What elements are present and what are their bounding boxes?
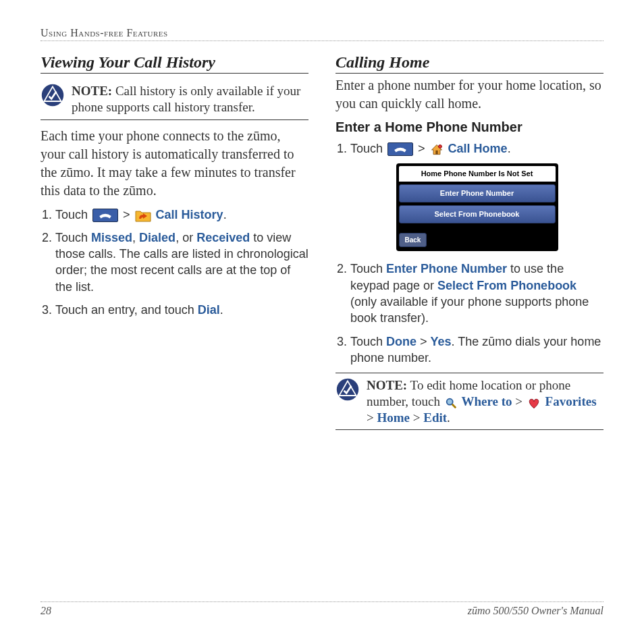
text: Touch: [350, 262, 386, 275]
step-1: Touch > Call History.: [55, 207, 308, 223]
note-check-icon: [41, 83, 65, 107]
text: .: [508, 142, 511, 155]
note-label: NOTE:: [367, 378, 407, 392]
manual-title: zūmo 500/550 Owner's Manual: [468, 605, 603, 617]
step-1b: Touch > Call Home. Home Phone Number Is …: [350, 140, 603, 251]
steps-calling-home: Touch > Call Home. Home Phone Number Is …: [336, 140, 603, 366]
text: ,: [132, 231, 139, 244]
heart-icon: [527, 397, 541, 409]
steps-call-history: Touch > Call History. Touch Missed, Dial…: [41, 207, 308, 319]
text: .: [447, 410, 450, 425]
magnifier-icon: [445, 397, 457, 409]
text: Touch: [350, 335, 386, 348]
text: (only available if your phone supports p…: [350, 295, 589, 325]
link-done: Done: [386, 335, 417, 348]
link-where-to: Where to: [462, 394, 512, 408]
link-select-phonebook: Select From Phonebook: [437, 279, 576, 292]
device-back-button[interactable]: Back: [399, 233, 427, 248]
link-favorites: Favorites: [545, 394, 597, 408]
link-missed: Missed: [91, 231, 132, 244]
note-text-2: NOTE: To edit home location or phone num…: [367, 377, 603, 425]
text: Touch: [350, 142, 386, 155]
link-dial: Dial: [198, 303, 220, 317]
link-call-home: Call Home: [448, 142, 508, 155]
page-number: 28: [41, 605, 51, 617]
note-check-icon: [336, 377, 360, 402]
text: >: [367, 410, 377, 425]
text: >: [512, 394, 526, 408]
text: .: [223, 208, 227, 221]
page-footer: 28 zūmo 500/550 Owner's Manual: [41, 601, 603, 617]
heading-calling-home: Calling Home: [336, 53, 603, 74]
step-3b: Touch Done > Yes. The zūmo dials your ho…: [350, 333, 603, 367]
note-label: NOTE:: [72, 84, 112, 98]
device-title: Home Phone Number Is Not Set: [399, 166, 556, 182]
text: Touch: [55, 208, 91, 221]
subheading-enter-home: Enter a Home Phone Number: [336, 119, 603, 135]
step-3: Touch an entry, and touch Dial.: [55, 302, 308, 318]
paragraph-calling-home: Enter a phone number for your home locat…: [336, 76, 603, 113]
step-2: Touch Missed, Dialed, or Received to vie…: [55, 230, 308, 295]
heading-call-history: Viewing Your Call History: [41, 53, 308, 74]
section-header: Using Hands-free Features: [41, 27, 603, 41]
text: Touch: [55, 231, 91, 244]
home-icon: [430, 143, 444, 155]
phone-icon: [92, 209, 118, 222]
paragraph-call-history: Each time your phone connects to the zūm…: [41, 127, 308, 200]
link-yes: Yes: [431, 335, 452, 348]
left-column: Viewing Your Call History NOTE: Call his…: [41, 48, 308, 435]
note-block: NOTE: Call history is only available if …: [41, 79, 308, 120]
folder-icon: [135, 209, 151, 222]
note-text: NOTE: Call history is only available if …: [72, 83, 308, 115]
note-block-2: NOTE: To edit home location or phone num…: [336, 373, 603, 430]
text: .: [220, 303, 223, 317]
step-2b: Touch Enter Phone Number to use the keyp…: [350, 261, 603, 326]
device-btn-enter[interactable]: Enter Phone Number: [399, 184, 556, 203]
text: Touch an entry, and touch: [55, 303, 198, 317]
text: >: [417, 335, 431, 348]
right-column: Calling Home Enter a phone number for yo…: [336, 48, 603, 435]
link-dialed: Dialed: [139, 231, 176, 244]
device-btn-select[interactable]: Select From Phonebook: [399, 205, 556, 223]
separator: >: [123, 208, 134, 221]
text: >: [410, 410, 423, 425]
device-screenshot: Home Phone Number Is Not Set Enter Phone…: [396, 163, 558, 251]
phone-icon: [387, 142, 413, 156]
link-call-history: Call History: [156, 208, 223, 221]
link-edit: Edit: [423, 410, 447, 425]
text: , or: [176, 231, 196, 244]
link-enter-phone: Enter Phone Number: [386, 262, 507, 275]
link-received: Received: [196, 231, 250, 244]
separator: >: [418, 142, 429, 155]
link-home: Home: [377, 410, 410, 425]
